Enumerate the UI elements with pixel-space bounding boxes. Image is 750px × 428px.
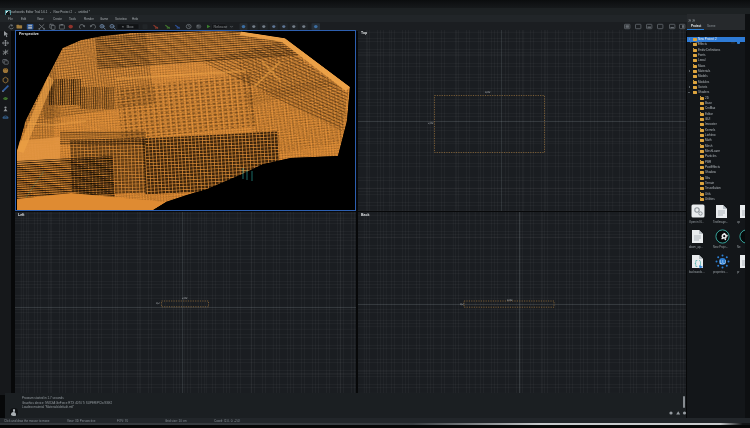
svg-text:Box: Box <box>127 24 134 29</box>
svg-text:Release: Release <box>214 25 228 29</box>
svg-text:LU: LU <box>720 259 727 265</box>
